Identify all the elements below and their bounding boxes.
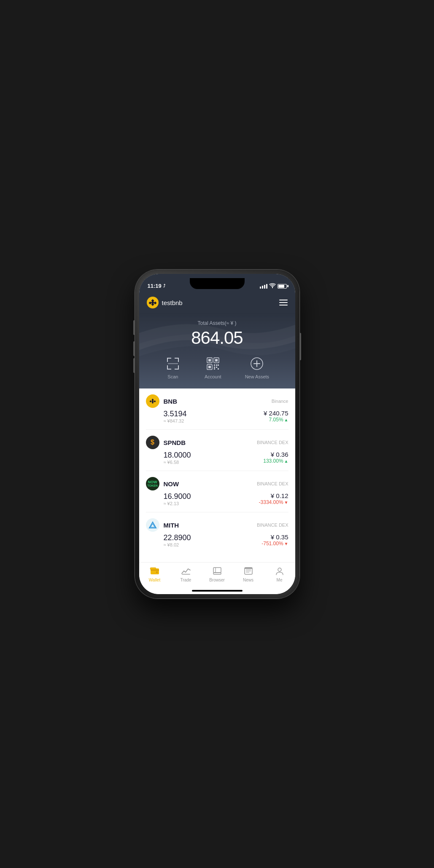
nav-me[interactable]: Me — [268, 566, 291, 582]
phone-inner: 11:19 ⤴ — [139, 274, 295, 594]
asset-top-row-now: NOWTOKEN NOW BINANCE DEX — [146, 477, 288, 490]
spndb-balance-wrap: 18.0000 ≈ ¥6.58 — [164, 451, 191, 465]
hamburger-menu-button[interactable] — [279, 300, 288, 305]
wallet-nav-label: Wallet — [149, 578, 160, 582]
asset-name-wrap-mith: MITH — [146, 518, 179, 532]
asset-list: BNB Binance 3.5194 ≈ ¥847.32 ¥ 240.75 7.… — [139, 388, 295, 562]
spndb-asset-icon: $ — [146, 436, 159, 449]
asset-bottom-row-now: 16.9000 ≈ ¥2.13 ¥ 0.12 -3334.00% ▼ — [146, 492, 288, 506]
svg-rect-11 — [167, 369, 171, 370]
now-balance: 16.9000 — [164, 492, 191, 501]
now-arrow-down-icon: ▼ — [284, 500, 288, 505]
hero-section: Total Assets(≈ ¥ ) 864.05 — [139, 313, 295, 388]
bnb-asset-icon — [146, 394, 159, 408]
asset-top-row-spndb: $ SPNDB BINANCE DEX — [146, 436, 288, 449]
now-change-value: -3334.00% — [259, 499, 283, 505]
nav-wallet[interactable]: Wallet — [143, 566, 166, 582]
bnb-exchange: Binance — [272, 399, 288, 404]
svg-marker-34 — [154, 400, 156, 402]
wallet-nav-icon — [150, 566, 160, 576]
spndb-exchange: BINANCE DEX — [257, 440, 288, 445]
now-balance-wrap: 16.9000 ≈ ¥2.13 — [164, 492, 191, 506]
spndb-balance: 18.0000 — [164, 451, 191, 460]
spndb-change: 133.00% ▲ — [263, 458, 288, 464]
mith-price-wrap: ¥ 0.35 -751.00% ▼ — [261, 533, 288, 547]
bnb-price: ¥ 240.75 — [264, 410, 288, 417]
svg-rect-26 — [218, 368, 219, 370]
svg-rect-43 — [213, 568, 221, 573]
mith-fiat: ≈ ¥8.02 — [164, 542, 191, 547]
home-bar — [192, 590, 243, 592]
mith-change: -751.00% ▼ — [261, 541, 288, 547]
mith-name: MITH — [164, 522, 179, 529]
status-time: 11:19 ⤴ — [148, 283, 165, 289]
spndb-arrow-up-icon: ▲ — [284, 459, 288, 463]
bnb-change: 7.05% ▲ — [269, 417, 288, 423]
spndb-price: ¥ 0.36 — [271, 451, 288, 458]
asset-name-wrap-now: NOWTOKEN NOW — [146, 477, 179, 490]
wifi-icon — [270, 283, 275, 289]
new-assets-label: New Assets — [245, 374, 269, 379]
header-username: testbnb — [162, 299, 183, 306]
bnb-name: BNB — [164, 398, 178, 405]
svg-rect-21 — [214, 364, 215, 366]
asset-item-now[interactable]: NOWTOKEN NOW BINANCE DEX 16.9000 ≈ ¥2.13… — [146, 471, 288, 512]
svg-marker-35 — [151, 400, 154, 402]
svg-rect-13 — [175, 369, 179, 370]
bnb-price-wrap: ¥ 240.75 7.05% ▲ — [264, 410, 288, 423]
me-nav-label: Me — [277, 578, 283, 582]
svg-rect-27 — [214, 368, 215, 370]
trade-nav-label: Trade — [181, 578, 191, 582]
asset-item-spndb[interactable]: $ SPNDB BINANCE DEX 18.0000 ≈ ¥6.58 ¥ 0.… — [146, 430, 288, 471]
svg-rect-40 — [150, 568, 156, 570]
mith-asset-icon — [146, 518, 159, 532]
hero-bg-decoration — [139, 313, 295, 361]
notch — [190, 278, 245, 289]
now-price: ¥ 0.12 — [271, 492, 288, 499]
nav-browser[interactable]: Browser — [205, 566, 229, 582]
spndb-fiat: ≈ ¥6.58 — [164, 460, 191, 465]
svg-rect-14 — [168, 363, 178, 364]
svg-rect-39 — [151, 570, 159, 571]
me-nav-icon — [275, 566, 285, 576]
mith-price: ¥ 0.35 — [271, 533, 288, 541]
svg-marker-32 — [149, 400, 151, 402]
svg-point-41 — [156, 571, 158, 573]
mith-change-value: -751.00% — [261, 541, 283, 547]
location-arrow-icon: ⤴ — [163, 284, 165, 288]
bnb-change-value: 7.05% — [269, 417, 283, 423]
asset-item-bnb[interactable]: BNB Binance 3.5194 ≈ ¥847.32 ¥ 240.75 7.… — [146, 388, 288, 430]
trade-nav-icon — [181, 566, 191, 576]
nav-trade[interactable]: Trade — [174, 566, 197, 582]
browser-nav-icon — [212, 566, 222, 576]
bnb-logo-icon — [147, 297, 159, 308]
app-header: testbnb — [139, 292, 295, 313]
browser-nav-label: Browser — [209, 578, 225, 582]
asset-bottom-row-mith: 22.8900 ≈ ¥8.02 ¥ 0.35 -751.00% ▼ — [146, 533, 288, 547]
svg-rect-50 — [245, 568, 252, 569]
spndb-price-wrap: ¥ 0.36 133.00% ▲ — [263, 451, 288, 465]
status-icons — [260, 283, 287, 289]
asset-name-wrap-spndb: $ SPNDB — [146, 436, 186, 449]
svg-rect-20 — [208, 366, 211, 368]
svg-rect-23 — [218, 364, 219, 366]
now-name: NOW — [164, 480, 179, 488]
bnb-balance: 3.5194 — [164, 410, 187, 418]
svg-rect-22 — [216, 364, 217, 366]
signal-bars-icon — [260, 284, 267, 289]
spndb-name: SPNDB — [164, 439, 186, 446]
spndb-change-value: 133.00% — [263, 458, 283, 464]
asset-name-wrap-bnb: BNB — [146, 394, 178, 408]
battery-icon — [278, 284, 287, 289]
svg-rect-25 — [216, 367, 217, 368]
bnb-arrow-up-icon: ▲ — [284, 418, 288, 422]
now-fiat: ≈ ¥2.13 — [164, 501, 191, 506]
news-nav-label: News — [243, 578, 253, 582]
home-indicator — [139, 591, 295, 594]
mith-balance-wrap: 22.8900 ≈ ¥8.02 — [164, 533, 191, 547]
phone-frame: 11:19 ⤴ — [135, 270, 299, 598]
screen: 11:19 ⤴ — [139, 274, 295, 594]
asset-item-mith[interactable]: MITH BINANCE DEX 22.8900 ≈ ¥8.02 ¥ 0.35 … — [146, 512, 288, 553]
nav-news[interactable]: News — [237, 566, 260, 582]
svg-rect-42 — [182, 574, 190, 575]
